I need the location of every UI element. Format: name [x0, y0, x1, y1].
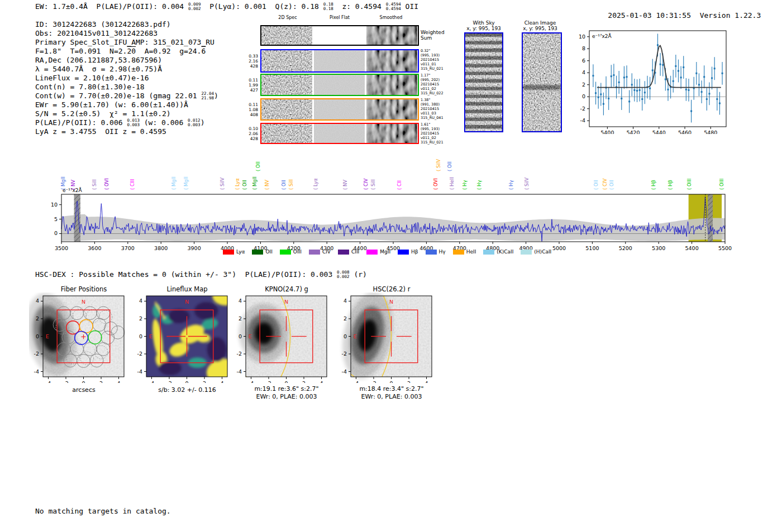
line-label-OVI: ( OVI	[433, 178, 438, 190]
legend-item-Hβ: Hβ	[398, 249, 418, 255]
cutout-2d-cell-flat	[314, 99, 365, 119]
svg-text:4: 4	[221, 380, 224, 383]
catalog-match-summary: HSC-DEX : Possible Matches = 0 (within +…	[35, 270, 367, 279]
line-label-OVI: ( OVI	[104, 178, 109, 190]
panel3-caption-2: EWr: 0, PLAE: 0.003	[256, 393, 317, 400]
line-label-OIII: ( OIII	[686, 179, 692, 190]
line-label-Hβ: ( Hβ	[667, 180, 673, 190]
svg-text:3500: 3500	[55, 245, 68, 251]
cutout-2d-row-1-weights: 0.332.16428	[244, 54, 258, 69]
header-summary-line: EW: 1.7±0.4Å P(LAE)/P(OII): 0.004 0.0090…	[35, 2, 418, 11]
cutout-2d-cell-flat	[314, 50, 365, 71]
with-sky-title: With Sky	[466, 20, 501, 26]
panel-title-lineflux-map: Lineflux Map	[166, 285, 207, 293]
svg-text:2: 2	[203, 380, 206, 383]
svg-text:-2: -2	[63, 380, 68, 383]
legend-swatch	[280, 250, 291, 255]
legend-swatch	[223, 250, 234, 255]
svg-text:0: 0	[239, 333, 242, 339]
svg-text:2: 2	[302, 380, 306, 383]
line-label-MgII: ( MgII	[183, 176, 189, 190]
svg-text:2: 2	[582, 82, 585, 88]
svg-text:-4: -4	[342, 368, 347, 375]
cutout-2d-cell-spec	[261, 50, 312, 71]
line-label-SiIV: ( SiIV	[524, 178, 530, 190]
elixer-detection-report: EW: 1.7±0.4Å P(LAE)/P(OII): 0.004 0.0090…	[0, 0, 782, 532]
footer-notes: No matching targets in catalog. Row inte…	[35, 489, 171, 532]
cutout-2d-cell-spec	[261, 124, 312, 143]
svg-text:E: E	[354, 333, 357, 339]
panel4-caption-2: EWr: 0, PLAE: 0.003	[361, 393, 422, 400]
legend-item-MgII: MgII	[366, 249, 390, 255]
svg-text:0: 0	[185, 380, 188, 383]
footer-line-1: No matching targets in catalog.	[35, 507, 171, 516]
svg-text:4: 4	[139, 298, 142, 304]
cutout-2d-row-2-id-label: 1.17"(995, 202)20210415v011_02315_RU_022	[421, 73, 444, 95]
panel2-caption: s/b: 3.02 +/- 0.116	[158, 386, 216, 394]
svg-text:-2: -2	[342, 351, 347, 357]
cutout-2d-cell-smooth	[366, 75, 417, 95]
svg-text:-4: -4	[149, 380, 154, 383]
clean-image-coords: x, y: 995, 193	[523, 26, 557, 31]
svg-text:0: 0	[284, 380, 288, 383]
inset-flux-units-label: e⁻¹⁷x2Å	[592, 33, 612, 39]
svg-text:-2: -2	[371, 380, 376, 383]
svg-text:2: 2	[139, 315, 142, 322]
col-header-pixelflat: Pixel Flat	[330, 15, 350, 20]
cutout-2d-row-4-weights: 0.102.06428	[244, 126, 258, 141]
legend-swatch	[366, 250, 378, 255]
svg-text:0: 0	[36, 333, 39, 339]
line-label-MgII: ( MgII	[171, 176, 177, 190]
cutout-2d-row-1	[260, 49, 419, 73]
panel3-caption-1: m:19.1 re:3.6" s:2.7"	[254, 385, 318, 392]
panel-title-hsc-r: HSC(26.2) r	[373, 285, 411, 293]
svg-text:-4: -4	[249, 380, 254, 383]
detection-info-block: ID: 3012422683 (3012422683.pdf)Obs: 2021…	[35, 20, 218, 136]
svg-text:4: 4	[36, 298, 39, 304]
svg-text:0: 0	[139, 333, 142, 339]
line-label-OII: ( OII	[593, 180, 599, 190]
svg-text:10: 10	[51, 202, 58, 208]
line-label-Hγ: ( Hγ	[476, 180, 482, 190]
line-label-CIV: ( CIV	[602, 179, 608, 190]
line-label-SiII: ( SiII	[288, 179, 294, 190]
panel-title-fiber-positions: Fiber Positions	[61, 285, 107, 293]
line-label-Lyα: ( Lyα	[235, 178, 240, 190]
svg-text:2: 2	[344, 315, 347, 322]
svg-text:5300: 5300	[652, 245, 665, 251]
line-label-OII: ( OII	[609, 180, 614, 190]
cutout-2d-cell-spec	[261, 99, 312, 119]
legend-item-Lyα: Lyα	[223, 249, 245, 255]
svg-text:5200: 5200	[619, 245, 632, 251]
line-label-MgII: ( MgII	[252, 176, 258, 190]
svg-text:2: 2	[36, 315, 39, 322]
svg-text:5440: 5440	[652, 130, 666, 134]
line-label-MgII: ( MgII	[60, 176, 66, 190]
cutout-2d-row-2	[260, 74, 419, 96]
with-sky-coords: x, y: 995, 193	[466, 26, 501, 31]
line-label-OII: ( OII	[242, 180, 247, 190]
legend-item-OII: OII	[252, 249, 272, 255]
line-label-Hγ: ( Hγ	[508, 180, 514, 190]
svg-text:-4: -4	[580, 117, 585, 123]
svg-text:0: 0	[344, 333, 347, 339]
svg-text:3700: 3700	[121, 245, 135, 251]
cutout-2d-cell-smooth	[366, 26, 417, 45]
line-label-CII: ( CII	[397, 180, 402, 190]
svg-text:3800: 3800	[154, 245, 168, 251]
line-label-OII: ( OII	[255, 161, 261, 171]
cutout-2d-cell-flat	[314, 75, 365, 95]
svg-text:5480: 5480	[704, 130, 717, 134]
line-label-OIII: ( OIII	[719, 179, 724, 190]
svg-text:0: 0	[389, 380, 393, 383]
svg-text:5: 5	[54, 216, 58, 222]
legend-swatch	[252, 250, 263, 255]
svg-text:2: 2	[99, 380, 103, 383]
legend-item-HeII: HeII	[453, 249, 476, 255]
with-sky-fiber-stack-image	[464, 32, 503, 132]
legend-item-CIII: CIII	[338, 249, 359, 255]
kpno-g-panel: NE-4-2024-4-2024	[232, 293, 331, 383]
clean-image-fiber-stack	[522, 32, 562, 132]
legend-swatch	[398, 250, 409, 255]
legend-item-Hγ: Hγ	[426, 249, 446, 255]
